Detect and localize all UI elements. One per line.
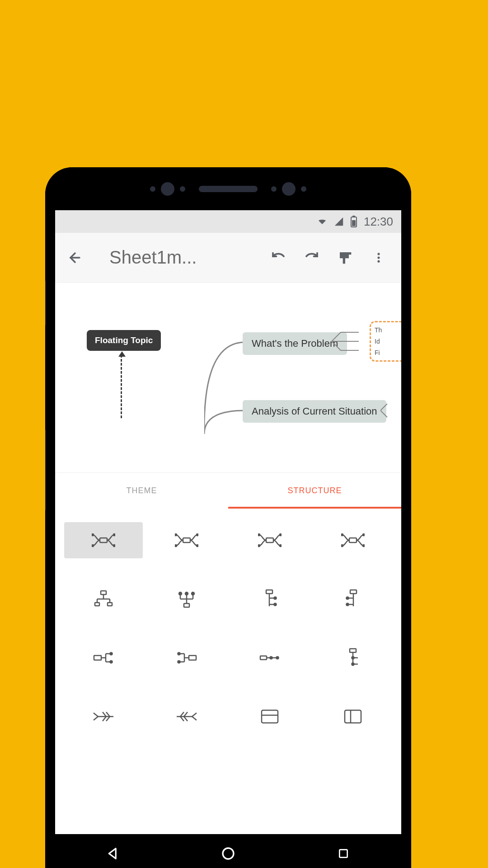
svg-rect-11 [183,538,190,542]
floating-topic-node[interactable]: Floating Topic [87,330,161,351]
svg-point-12 [175,534,177,536]
svg-rect-52 [345,710,361,723]
volume-button [45,280,46,326]
structure-timeline-down[interactable] [314,640,392,676]
subbranch-connector [380,404,399,422]
redo-button[interactable] [300,246,324,269]
structure-mindmap-balanced[interactable] [64,522,143,558]
svg-rect-21 [349,538,357,542]
svg-point-19 [280,534,282,536]
panel-tabs: THEME STRUCTURE [55,472,401,509]
android-nav-bar [55,834,401,868]
svg-point-5 [377,260,380,262]
svg-point-34 [274,597,277,599]
structure-fishbone-right[interactable] [147,698,226,735]
svg-rect-51 [262,710,278,723]
svg-point-40 [110,653,113,655]
structure-logic-right[interactable] [64,640,143,676]
status-bar: 12:30 [55,210,401,233]
undo-button[interactable] [267,246,290,269]
topic-node[interactable]: Analysis of Current Situation [243,400,386,423]
subtopic-label: Id [375,338,401,345]
subtopic-label: Th [375,326,401,334]
structure-logic-left[interactable] [147,640,226,676]
svg-rect-54 [340,849,347,857]
branch-connector [204,407,245,434]
nav-back-button[interactable] [104,844,122,863]
structure-mindmap-left[interactable] [314,522,392,558]
svg-rect-2 [352,216,355,217]
svg-point-23 [341,545,343,547]
svg-point-53 [223,848,234,859]
svg-point-41 [110,661,113,663]
svg-point-9 [113,534,115,536]
subbranch-connector [332,328,368,359]
structure-mindmap-clockwise[interactable] [147,522,226,558]
svg-rect-39 [94,656,101,660]
structure-tree-right[interactable] [230,581,309,617]
svg-rect-33 [266,590,272,594]
structure-spreadsheet[interactable] [230,698,309,735]
structure-matrix-columns[interactable] [314,698,392,735]
structure-mindmap-right[interactable] [230,522,309,558]
svg-point-32 [192,592,194,595]
phone-notch [45,167,411,210]
svg-point-43 [178,653,180,655]
svg-point-15 [197,545,198,547]
nav-recent-button[interactable] [334,844,352,863]
svg-point-37 [347,597,349,599]
svg-point-8 [92,545,94,547]
structure-timeline-right[interactable] [230,640,309,676]
boundary-group[interactable]: Th Id Fi [370,321,401,362]
svg-point-17 [258,534,260,536]
svg-point-35 [274,604,277,606]
battery-icon [350,216,357,227]
svg-point-47 [277,657,279,659]
svg-point-50 [352,663,354,665]
svg-point-25 [363,545,365,547]
more-button[interactable] [367,246,390,269]
mindmap-canvas[interactable]: Floating Topic What's the Problem Analys… [55,283,401,472]
document-title[interactable]: Sheet1m... [94,247,257,268]
svg-rect-26 [101,591,106,594]
format-button[interactable] [333,246,357,269]
structure-orgchart-down[interactable] [64,581,143,617]
phone-frame: 12:30 Sheet1m... Floating Topic [45,167,411,868]
power-button [45,429,46,511]
back-button[interactable] [66,249,84,267]
svg-point-18 [258,545,260,547]
svg-point-49 [352,657,354,659]
svg-point-22 [341,534,343,536]
structure-orgchart-up[interactable] [147,581,226,617]
svg-rect-28 [108,603,112,606]
floating-topic-arrow [121,355,122,418]
svg-point-14 [197,534,198,536]
svg-rect-27 [95,603,99,606]
svg-point-38 [347,604,349,606]
subtopic-label: Fi [375,349,401,356]
svg-rect-6 [100,538,107,542]
svg-point-13 [175,545,177,547]
svg-point-24 [363,534,365,536]
svg-point-4 [377,256,380,259]
structure-tree-left[interactable] [314,581,392,617]
cell-signal-icon [334,217,344,226]
screen: 12:30 Sheet1m... Floating Topic [55,210,401,868]
svg-rect-1 [352,220,356,226]
svg-point-46 [270,657,272,659]
svg-rect-42 [189,656,196,660]
wifi-icon [317,216,328,227]
svg-point-20 [280,545,282,547]
tab-theme[interactable]: THEME [55,473,228,509]
svg-rect-29 [184,604,189,607]
svg-point-10 [113,545,115,547]
tab-structure[interactable]: STRUCTURE [228,473,401,509]
nav-home-button[interactable] [219,844,237,863]
svg-rect-36 [350,590,357,594]
structure-fishbone-left[interactable] [64,698,143,735]
svg-point-30 [179,592,182,595]
structure-grid [55,509,401,748]
svg-rect-45 [260,656,267,660]
svg-point-7 [92,534,94,536]
svg-rect-48 [350,649,356,652]
